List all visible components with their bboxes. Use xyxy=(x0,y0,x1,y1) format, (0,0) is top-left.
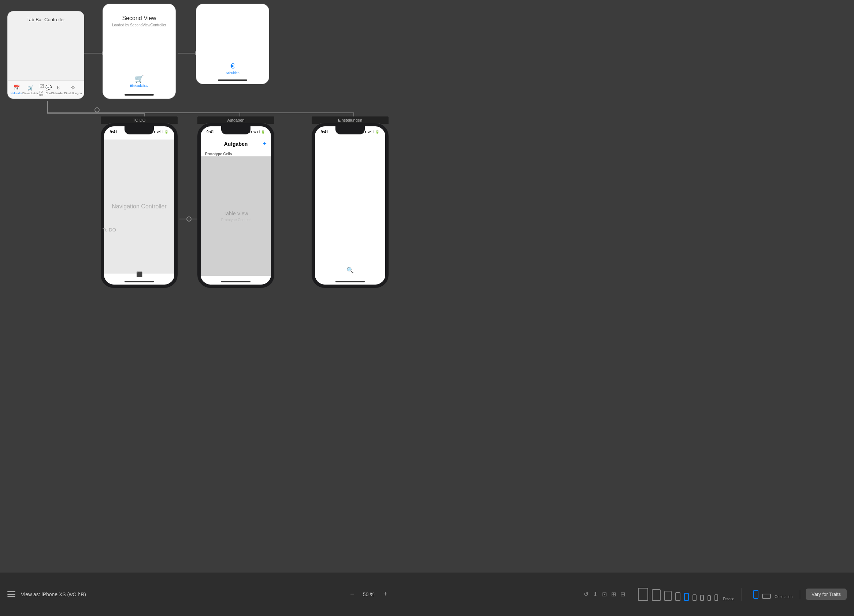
third-view-home-bar xyxy=(218,79,247,81)
third-view-controller: € Schulden xyxy=(196,4,269,84)
zoom-percent-label: 50 % xyxy=(360,592,378,597)
einstellungen-group: Einstellungen 9:41 ●●● WiFi 🔋 🔍 xyxy=(312,116,389,288)
toolbar-left: View as: iPhone XS (wC hR) xyxy=(7,591,154,598)
einstellungen-home-indicator xyxy=(336,281,365,282)
nav-home-indicator xyxy=(125,281,154,282)
download-icon[interactable]: ⬇ xyxy=(593,591,598,598)
svg-point-4 xyxy=(95,108,99,112)
kalender-icon: 📅 xyxy=(13,84,20,91)
aufgaben-status-time: 9:41 xyxy=(207,130,214,134)
chat-icon: 💬 xyxy=(46,84,52,91)
iphone-mini-icon xyxy=(708,595,711,601)
ipad-large-icon xyxy=(638,588,648,601)
zoom-out-button[interactable]: − xyxy=(350,590,354,598)
second-view-bottom: 🛒 Einkaufsliste xyxy=(130,74,149,87)
bottom-toolbar: View as: iPhone XS (wC hR) − 50 % + ↺ ⬇ … xyxy=(0,572,854,616)
svg-rect-12 xyxy=(7,594,15,595)
tab-todo-label: TO DO xyxy=(39,90,46,97)
device-size-iphone-xs[interactable] xyxy=(700,595,704,601)
einkaufsliste-bottom-label: Einkaufsliste xyxy=(130,84,149,87)
orientation-landscape[interactable] xyxy=(762,594,771,599)
third-view-bottom: € Schulden xyxy=(226,62,239,75)
tab-bar-controller: Tab Bar Controller 📅 Kalender 🛒 Einkaufs… xyxy=(7,11,84,99)
todo-icon: ☑ xyxy=(39,83,46,89)
nav-status-time: 9:41 xyxy=(110,130,117,134)
einstellungen-bottom-icon: 🔍 xyxy=(346,267,354,274)
tab-schulden[interactable]: € Schulden xyxy=(52,84,64,95)
prototype-cells-label: Prototype Cells xyxy=(205,152,232,156)
aufgaben-home-indicator xyxy=(221,281,250,282)
table-view-area: Table View Prototype Content xyxy=(201,156,271,276)
panel-icon[interactable]: ⊟ xyxy=(621,591,625,598)
iphone-xs-icon xyxy=(700,595,704,601)
second-view-controller: Second View Loaded by SecondViewControll… xyxy=(102,4,176,99)
device-size-iphone-small[interactable] xyxy=(692,595,697,601)
tab-bar-bottom: 📅 Kalender 🛒 Einkaufsliste ☑ TO DO 💬 Cha… xyxy=(8,80,84,99)
iphone-active-icon xyxy=(684,593,689,601)
grid-icon[interactable]: ⊞ xyxy=(611,591,616,598)
iphone-small-icon xyxy=(692,595,697,601)
nav-notch xyxy=(125,127,154,134)
einkaufsliste-bottom-icon: 🛒 xyxy=(135,74,144,83)
tab-einstellungen-label: Einstellungen xyxy=(64,91,82,95)
landscape-icon xyxy=(762,594,771,599)
orientation-section: Orientation xyxy=(747,590,800,599)
device-size-ipad-large[interactable] xyxy=(638,588,648,601)
schulden-bottom-label: Schulden xyxy=(226,71,239,75)
iphone-nano-icon xyxy=(714,595,718,601)
aufgaben-banner: Aufgaben xyxy=(197,116,274,124)
zoom-in-button[interactable]: + xyxy=(383,590,387,598)
second-view-subtitle: Loaded by SecondViewController xyxy=(112,23,166,27)
einkaufsliste-icon: 🛒 xyxy=(27,84,34,91)
todo-canvas-label: To DO xyxy=(102,227,116,233)
tab-todo[interactable]: ☑ TO DO xyxy=(39,83,46,97)
device-size-iphone-mini[interactable] xyxy=(708,595,711,601)
ipad-small-icon xyxy=(664,591,672,601)
tab-chat[interactable]: 💬 Chat xyxy=(46,84,52,95)
tab-einstellungen[interactable]: ⚙ Einstellungen xyxy=(64,84,82,95)
undo-icon[interactable]: ↺ xyxy=(584,591,589,598)
einstellungen-status-time: 9:41 xyxy=(321,130,328,134)
svg-point-9 xyxy=(187,217,191,221)
device-size-iphone-active[interactable] xyxy=(684,593,689,601)
portrait-icon xyxy=(753,590,758,599)
tab-bar-controller-title: Tab Bar Controller xyxy=(8,11,84,24)
aufgaben-navbar: Aufgaben + xyxy=(201,137,271,151)
schulden-icon: € xyxy=(55,84,61,91)
table-view-text: Table View xyxy=(223,210,248,217)
device-size-section: Device xyxy=(638,588,742,601)
aufgaben-plus-button[interactable]: + xyxy=(262,140,267,148)
aufgaben-group: Aufgaben 9:41 ●●● WiFi 🔋 Aufgaben + Prot… xyxy=(197,116,274,288)
toolbar-right: ↺ ⬇ ⊡ ⊞ ⊟ xyxy=(584,588,847,601)
svg-rect-11 xyxy=(7,591,15,592)
einstellungen-frame: 9:41 ●●● WiFi 🔋 🔍 xyxy=(312,123,389,288)
device-section-label: Device xyxy=(723,597,735,601)
tab-kalender[interactable]: 📅 Kalender xyxy=(11,84,22,95)
einstellungen-icon: ⚙ xyxy=(70,84,76,91)
nav-placeholder: Navigation Controller xyxy=(104,140,174,274)
toolbar-center: − 50 % + xyxy=(154,590,584,598)
device-size-iphone-large[interactable] xyxy=(675,592,680,601)
vary-traits-button[interactable]: Vary for Traits xyxy=(806,589,847,600)
tab-kalender-label: Kalender xyxy=(11,91,22,95)
second-view-title: Second View xyxy=(122,15,156,21)
orientation-section-label: Orientation xyxy=(775,595,793,599)
sidebar-toggle-button[interactable] xyxy=(7,591,15,598)
svg-rect-13 xyxy=(7,596,15,597)
device-size-iphone-nano[interactable] xyxy=(714,595,718,601)
tab-einkaufsliste[interactable]: 🛒 Einkaufsliste xyxy=(22,84,39,95)
device-size-ipad-small[interactable] xyxy=(664,591,672,601)
aufgaben-nav-title: Aufgaben xyxy=(224,141,248,147)
einstellungen-banner: Einstellungen xyxy=(312,116,389,124)
tab-schulden-label: Schulden xyxy=(52,91,64,95)
aufgaben-frame: 9:41 ●●● WiFi 🔋 Aufgaben + Prototype Cel… xyxy=(197,123,274,288)
tab-einkaufsliste-label: Einkaufsliste xyxy=(22,91,39,95)
fit-icon[interactable]: ⊡ xyxy=(602,591,607,598)
toolbar-action-icons: ↺ ⬇ ⊡ ⊞ ⊟ xyxy=(584,591,625,598)
device-size-ipad-medium[interactable] xyxy=(652,589,660,601)
view-as-label: View as: iPhone XS (wC hR) xyxy=(21,592,86,597)
nav-controller-frame: 9:41 ●●● WiFi 🔋 Navigation Controller ⬛ xyxy=(101,123,178,288)
orientation-portrait[interactable] xyxy=(753,590,758,599)
nav-bottom-icon: ⬛ xyxy=(136,271,142,277)
aufgaben-notch xyxy=(221,127,250,134)
